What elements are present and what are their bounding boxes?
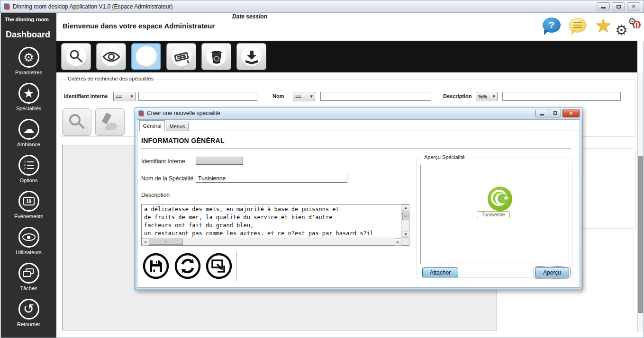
tab-general[interactable]: Général: [139, 120, 165, 131]
scroll-up-arrow[interactable]: ▲: [402, 205, 409, 211]
sidebar-item-utilisateurs[interactable]: Utilisateurs: [1, 227, 56, 255]
sidebar-brand: The dinning room: [1, 13, 56, 22]
scrollbar-thumb[interactable]: ≡: [402, 212, 408, 220]
toolbar-search-button[interactable]: [61, 43, 91, 70]
maximize-icon: [553, 111, 557, 115]
id-operator-select[interactable]: ==▼: [113, 92, 136, 101]
id-filter-input[interactable]: [138, 92, 257, 101]
dialog-close-button[interactable]: ✕: [562, 109, 580, 117]
sidebar-item-label: Ambiance: [1, 142, 56, 147]
save-icon: [142, 252, 170, 280]
trash-icon: [206, 46, 227, 68]
download-icon: [241, 46, 263, 68]
cloud-icon: ☁: [18, 119, 39, 140]
sidebar-item-label: Tâches: [1, 285, 56, 291]
scrollbar-thumb[interactable]: ≡: [149, 239, 183, 245]
toolbar-import-button[interactable]: [236, 43, 266, 70]
desc-filter-input[interactable]: [502, 92, 621, 101]
calendar-icon: 19: [18, 191, 39, 212]
create-speciality-dialog: Créer une nouvelle spécialité ✕ Général …: [135, 107, 582, 290]
search-disabled-button[interactable]: [62, 108, 91, 136]
preview-button[interactable]: Aperçu: [535, 267, 569, 277]
sidebar-item-label: Paramètres: [1, 70, 56, 75]
sidebar-item-specialites[interactable]: ★ Spécialités: [1, 83, 56, 111]
description-textarea[interactable]: a délicatesse des mets, en majorité à ba…: [141, 204, 409, 246]
header: Date session Bienvenue dans votre espace…: [56, 13, 644, 41]
nom-input[interactable]: [196, 174, 347, 183]
nom-filter-input[interactable]: [320, 92, 431, 101]
section-divider: [140, 148, 571, 149]
toolbar-new-button[interactable]: [131, 43, 161, 70]
sidebar-item-parametres[interactable]: ⚙ Paramètres: [1, 47, 56, 75]
dialog-title: Créer une nouvelle spécialité: [147, 110, 220, 116]
scroll-right-arrow[interactable]: ►: [395, 238, 401, 246]
description-text[interactable]: a délicatesse des mets, en majorité à ba…: [142, 205, 401, 238]
toolbar-view-button[interactable]: [96, 43, 126, 70]
dialog-titlebar: Créer une nouvelle spécialité ✕: [135, 107, 582, 119]
favorites-button[interactable]: ★: [595, 16, 612, 35]
date-session-label: Date session: [232, 13, 267, 20]
id-label: Identifiant Interne: [141, 158, 185, 165]
chat-icon: [569, 18, 587, 33]
separator: [236, 251, 237, 281]
maximize-button[interactable]: [612, 2, 625, 10]
power-icon: [636, 20, 637, 29]
window-titlebar: Dinning room desktop Application V1.0 (E…: [0, 0, 644, 13]
close-icon: ✕: [631, 4, 635, 9]
toolbar-delete-button[interactable]: [201, 43, 231, 70]
messages-button[interactable]: [569, 18, 587, 33]
sidebar-heading: Dashboard: [1, 22, 56, 40]
sidebar-item-label: Retourner: [1, 321, 56, 327]
sidebar-item-options[interactable]: ✓ ✓ ✓ Options: [1, 155, 56, 183]
toolbar: [56, 41, 637, 72]
preview-groupbox: Aperçu Spécialité ★ Tunisienne Attacher …: [416, 158, 572, 278]
help-button[interactable]: ?: [543, 18, 561, 33]
cards-icon: [18, 263, 39, 284]
tab-menus[interactable]: Menus: [166, 122, 189, 131]
clear-disabled-button[interactable]: [95, 108, 125, 136]
sidebar-item-taches[interactable]: Tâches: [1, 263, 56, 291]
chevron-down-icon: ▼: [493, 95, 495, 98]
desc-operator-select[interactable]: %%▼: [476, 92, 498, 101]
window-title: Dinning room desktop Application V1.0 (E…: [13, 3, 173, 10]
export-icon: [205, 252, 233, 280]
sidebar-item-evenements[interactable]: 19 Événements: [1, 191, 56, 219]
speciality-logo: ★: [488, 187, 512, 211]
gear-icon: ⚙: [18, 47, 39, 68]
id-input[interactable]: [196, 157, 243, 165]
close-button[interactable]: ✕: [627, 2, 640, 10]
sidebar: The dinning room Dashboard ⚙ Paramètres …: [1, 13, 56, 338]
sidebar-item-label: Options: [1, 178, 56, 183]
save-button[interactable]: [142, 252, 170, 280]
scrollbar-thumb[interactable]: [638, 156, 643, 313]
sidebar-item-ambiance[interactable]: ☁ Ambiance: [1, 119, 56, 147]
dialog-minimize-button[interactable]: [535, 109, 548, 117]
sidebar-item-retourner[interactable]: ↺ Retourner: [1, 299, 56, 327]
minimize-button[interactable]: [597, 2, 610, 10]
sidebar-item-label: Spécialités: [1, 106, 56, 111]
eye-icon: [18, 227, 39, 248]
sidebar-item-label: Événements: [1, 213, 56, 219]
textarea-horizontal-scrollbar[interactable]: ◄ ≡ ►: [142, 238, 401, 245]
attach-button[interactable]: Attacher: [422, 267, 458, 277]
eraser-icon: [100, 112, 120, 132]
dialog-maximize-button[interactable]: [550, 109, 561, 117]
textarea-vertical-scrollbar[interactable]: ▲ ≡ ▼: [401, 205, 409, 238]
export-button[interactable]: [205, 252, 233, 280]
star-icon: ★: [595, 14, 612, 36]
nom-operator-select[interactable]: ==▼: [293, 92, 315, 101]
close-icon: ✕: [569, 111, 573, 116]
scroll-down-arrow[interactable]: ▼: [402, 231, 409, 238]
java-app-icon: [138, 110, 144, 116]
search-icon: [65, 46, 87, 68]
toolbar-edit-button[interactable]: [166, 43, 196, 70]
maximize-icon: [617, 5, 621, 9]
logout-button[interactable]: [636, 21, 637, 29]
scroll-left-arrow[interactable]: ◄: [142, 238, 148, 246]
main-vertical-scrollbar[interactable]: [637, 72, 644, 332]
description-label: Description: [141, 192, 170, 198]
minimize-icon: [601, 7, 606, 9]
return-arrow-icon: ↺: [18, 299, 39, 320]
refresh-button[interactable]: [174, 252, 201, 280]
welcome-title: Bienvenue dans votre espace Administrate…: [63, 22, 215, 30]
